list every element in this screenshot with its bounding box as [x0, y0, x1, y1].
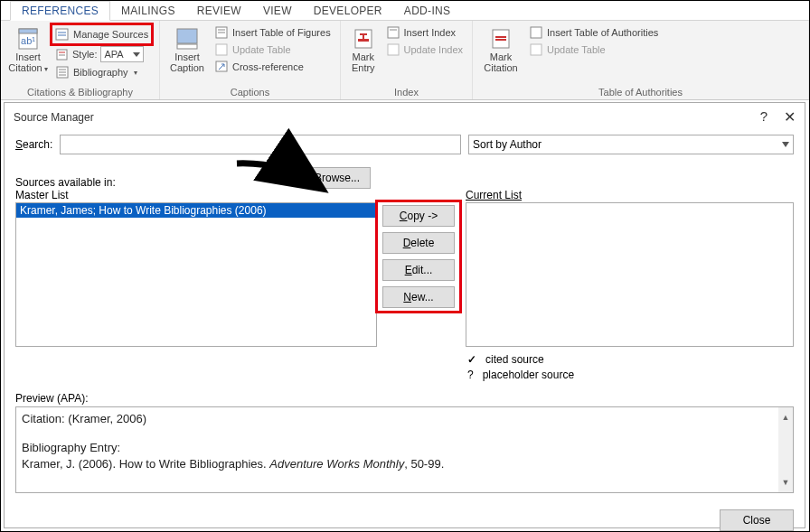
question-icon: ? — [467, 368, 474, 383]
list-item[interactable]: Kramer, James; How to Write Bibliographi… — [16, 203, 376, 218]
manage-sources-button[interactable]: Manage Sources — [52, 24, 152, 44]
svg-rect-13 — [177, 29, 197, 43]
manage-sources-label: Manage Sources — [73, 29, 148, 40]
sources-available-label: Sources available in: — [15, 176, 116, 189]
style-label: Style: — [72, 49, 98, 60]
copy-button[interactable]: Copy -> — [382, 205, 455, 227]
edit-button[interactable]: Edit... — [382, 259, 455, 281]
group-citations: ab¹ InsertCitation▾ Manage Sources Style… — [1, 21, 160, 99]
bibliography-label: Bibliography — [73, 67, 128, 78]
master-list-label: Master List — [15, 189, 377, 201]
insert-caption-icon — [174, 26, 200, 51]
current-list[interactable] — [466, 202, 794, 347]
middle-buttons: Copy -> Delete Edit... New... — [377, 201, 460, 312]
insert-citation-icon: ab¹ — [15, 26, 41, 51]
mark-entry-button[interactable]: MarkEntry — [346, 24, 381, 73]
browse-button[interactable]: Browse... — [304, 167, 371, 189]
svg-rect-26 — [388, 44, 399, 55]
search-input[interactable] — [60, 135, 461, 154]
delete-button[interactable]: Delete — [382, 232, 455, 254]
mark-citation-icon — [488, 26, 513, 51]
tab-references[interactable]: REFERENCES — [10, 1, 110, 21]
cross-reference-button[interactable]: Cross-reference — [211, 59, 334, 75]
chevron-down-icon — [782, 142, 789, 147]
update-index-icon — [386, 42, 400, 57]
group-label-toa: Table of Authorities — [478, 87, 803, 98]
close-x-button[interactable]: ✕ — [784, 108, 796, 126]
group-index: MarkEntry Insert Index Update Index Inde… — [341, 21, 473, 99]
current-list-label: Current List — [466, 189, 794, 201]
ribbon: ab¹ InsertCitation▾ Manage Sources Style… — [1, 21, 809, 100]
svg-rect-30 — [531, 27, 542, 38]
svg-rect-18 — [216, 44, 227, 55]
update-toa-button[interactable]: Update Table — [525, 42, 662, 58]
group-table-of-authorities: MarkCitation Insert Table of Authorities… — [473, 21, 809, 99]
update-toa-icon — [529, 42, 543, 57]
tab-review[interactable]: REVIEW — [186, 2, 252, 20]
help-button[interactable]: ? — [760, 108, 768, 126]
new-button[interactable]: New... — [382, 286, 455, 308]
group-captions: InsertCaption Insert Table of Figures Up… — [160, 21, 341, 99]
mark-entry-icon — [351, 26, 376, 51]
tab-developer[interactable]: DEVELOPER — [303, 2, 393, 20]
update-index-button[interactable]: Update Index — [382, 42, 466, 58]
style-icon — [55, 47, 70, 61]
update-table-button[interactable]: Update Table — [211, 42, 334, 58]
legend: ✓cited source ?placeholder source — [466, 347, 794, 385]
preview-box: Citation: (Kramer, 2006) Bibliography En… — [15, 406, 794, 493]
svg-rect-24 — [388, 27, 399, 38]
table-of-figures-icon — [214, 25, 229, 40]
preview-bib-line: Kramer, J. (2006). How to Write Bibliogr… — [22, 456, 777, 472]
dialog-titlebar: Source Manager ? ✕ — [5, 103, 805, 131]
preview-label: Preview (APA): — [15, 392, 794, 405]
sort-dropdown[interactable]: Sort by Author — [468, 135, 794, 154]
close-button[interactable]: Close — [720, 509, 794, 531]
tab-mailings[interactable]: MAILINGS — [110, 2, 186, 20]
table-of-authorities-icon — [529, 25, 543, 40]
cross-reference-icon — [214, 60, 229, 74]
svg-rect-31 — [531, 44, 542, 55]
insert-table-of-figures-button[interactable]: Insert Table of Figures — [211, 24, 334, 41]
tab-view[interactable]: VIEW — [252, 2, 303, 20]
scroll-down-icon[interactable]: ▼ — [782, 472, 790, 492]
style-dropdown[interactable]: APA — [100, 46, 144, 62]
preview-scrollbar[interactable]: ▲ ▼ — [778, 407, 793, 492]
group-label-captions: Captions — [165, 87, 334, 98]
insert-table-of-authorities-button[interactable]: Insert Table of Authorities — [525, 24, 662, 41]
svg-rect-3 — [56, 29, 68, 40]
check-icon: ✓ — [467, 352, 476, 368]
svg-text:ab¹: ab¹ — [21, 35, 35, 46]
bibliography-icon — [55, 65, 70, 79]
insert-index-icon — [386, 25, 400, 40]
ribbon-tabs: REFERENCES MAILINGS REVIEW VIEW DEVELOPE… — [1, 1, 809, 21]
svg-rect-14 — [177, 44, 197, 49]
svg-rect-21 — [358, 39, 369, 42]
update-table-icon — [214, 42, 229, 57]
preview-bib-heading: Bibliography Entry: — [22, 440, 777, 456]
group-label-citations: Citations & Bibliography — [6, 87, 154, 98]
sort-value: Sort by Author — [473, 138, 542, 151]
scroll-up-icon[interactable]: ▲ — [782, 407, 790, 427]
bibliography-button[interactable]: Bibliography ▾ — [52, 64, 152, 80]
insert-caption-button[interactable]: InsertCaption — [165, 24, 209, 75]
manage-sources-icon — [55, 27, 70, 42]
svg-rect-1 — [19, 29, 37, 33]
group-label-index: Index — [346, 87, 466, 98]
dialog-title: Source Manager — [14, 111, 94, 124]
citation-style-selector[interactable]: Style: APA — [52, 45, 152, 63]
mark-citation-button[interactable]: MarkCitation — [478, 24, 523, 73]
tab-addins[interactable]: ADD-INS — [393, 2, 461, 20]
insert-citation-button[interactable]: ab¹ InsertCitation▾ — [6, 24, 50, 80]
insert-index-button[interactable]: Insert Index — [382, 24, 466, 41]
master-list[interactable]: Kramer, James; How to Write Bibliographi… — [15, 202, 377, 347]
search-label: Search: — [15, 138, 52, 151]
source-manager-dialog: Source Manager ? ✕ Search: Sort by Autho… — [4, 102, 805, 528]
preview-citation-line: Citation: (Kramer, 2006) — [22, 411, 777, 427]
